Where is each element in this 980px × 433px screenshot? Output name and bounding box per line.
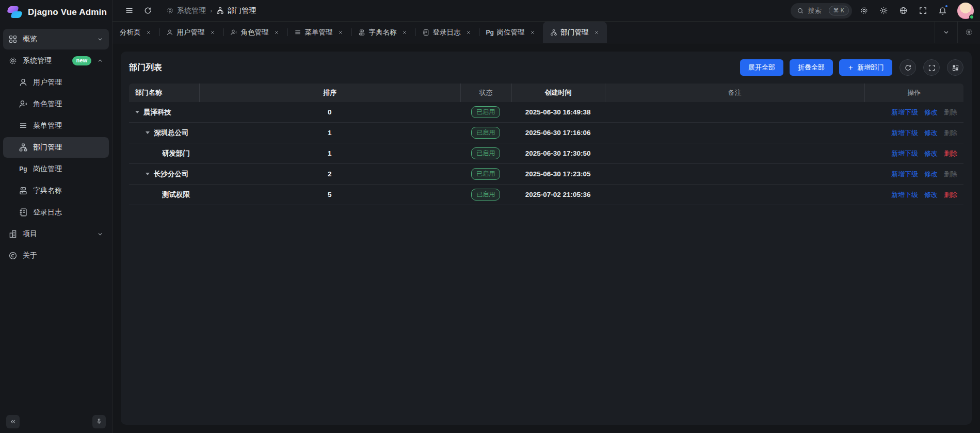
new-badge: new: [72, 56, 91, 65]
app-title: Djagno Vue Admin: [28, 7, 107, 18]
sun-icon: [879, 6, 888, 15]
refresh-page-button[interactable]: [140, 4, 155, 18]
close-icon[interactable]: [274, 29, 280, 36]
brand[interactable]: Djagno Vue Admin: [0, 0, 112, 25]
tab-users[interactable]: 用户管理: [159, 22, 223, 43]
sidebar-item-overview[interactable]: 概览: [3, 29, 109, 49]
sidebar-item-label: 角色管理: [33, 99, 62, 109]
close-icon[interactable]: [593, 29, 600, 36]
tab-dictionary[interactable]: 字典名称: [351, 22, 415, 43]
fullscreen-button[interactable]: [915, 3, 930, 19]
collapse-all-button[interactable]: 折叠全部: [790, 59, 833, 76]
sort-value: 2: [199, 170, 460, 178]
status-badge: 已启用: [471, 106, 500, 118]
add-child-link[interactable]: 新增下级: [891, 149, 918, 158]
refresh-table-button[interactable]: [899, 59, 916, 76]
close-icon[interactable]: [146, 29, 152, 36]
settings-button[interactable]: [856, 3, 872, 19]
table-fullscreen-button[interactable]: [923, 59, 940, 76]
main-area: 系统管理 › 部门管理 搜索 ⌘ K: [113, 0, 980, 433]
created-time: 2025-06-30 17:16:06: [511, 129, 605, 137]
notifications-button[interactable]: [935, 3, 950, 19]
sidebar-item-project[interactable]: 项目: [3, 224, 109, 244]
edit-link[interactable]: 修改: [924, 149, 938, 158]
role-icon: [19, 99, 28, 109]
table-row: 长沙分公司 2 已启用 2025-06-30 17:23:05 新增下级 修改 …: [129, 164, 963, 185]
page-content: 部门列表 展开全部 折叠全部 新增部门: [113, 43, 980, 433]
add-child-link[interactable]: 新增下级: [891, 190, 918, 199]
sidebar-item-departments[interactable]: 部门管理: [3, 137, 109, 158]
column-header-sort: 排序: [199, 84, 460, 102]
refresh-icon: [904, 64, 912, 72]
add-department-button[interactable]: 新增部门: [839, 59, 892, 76]
theme-toggle-button[interactable]: [876, 3, 891, 19]
department-name: 长沙分公司: [154, 170, 189, 179]
table-row: 深圳总公司 1 已启用 2025-06-30 17:16:06 新增下级 修改 …: [129, 123, 963, 143]
refresh-icon: [143, 6, 152, 15]
tab-login-logs[interactable]: 登录日志: [415, 22, 479, 43]
tab-departments[interactable]: 部门管理: [543, 22, 607, 43]
column-header-created: 创建时间: [511, 84, 605, 102]
org-icon: [216, 7, 224, 14]
sort-value: 1: [199, 149, 460, 157]
sidebar-item-system[interactable]: 系统管理 new: [3, 51, 109, 71]
sidebar-item-roles[interactable]: 角色管理: [3, 94, 109, 114]
sidebar-item-label: 字典名称: [33, 186, 62, 195]
sidebar-item-label: 用户管理: [33, 78, 62, 87]
tab-list-dropdown-button[interactable]: [935, 22, 957, 43]
tab-analysis[interactable]: 分析页: [113, 22, 159, 43]
sidebar-item-label: 概览: [23, 35, 91, 44]
sidebar-item-label: 项目: [23, 229, 91, 239]
toggle-sidebar-button[interactable]: [122, 4, 136, 18]
sidebar-item-label: 关于: [23, 251, 37, 260]
close-icon[interactable]: [529, 29, 536, 36]
sidebar-item-label: 登录日志: [33, 208, 62, 217]
expand-all-button[interactable]: 展开全部: [740, 59, 783, 76]
add-child-link[interactable]: 新增下级: [891, 128, 918, 138]
add-child-link[interactable]: 新增下级: [891, 170, 918, 179]
department-name: 晨泽科技: [143, 108, 171, 117]
pin-sidebar-button[interactable]: [92, 415, 106, 428]
sidebar-item-users[interactable]: 用户管理: [3, 72, 109, 93]
search-input[interactable]: 搜索 ⌘ K: [791, 3, 852, 19]
tree-collapse-arrow[interactable]: [146, 173, 150, 175]
avatar[interactable]: [957, 3, 974, 19]
tree-collapse-arrow[interactable]: [135, 111, 139, 113]
tab-positions[interactable]: Pg 岗位管理: [479, 22, 543, 43]
created-time: 2025-07-02 21:05:36: [511, 191, 605, 198]
tree-collapse-arrow[interactable]: [146, 131, 150, 134]
close-icon[interactable]: [338, 29, 344, 36]
search-icon: [797, 7, 804, 14]
edit-link[interactable]: 修改: [924, 108, 938, 117]
collapse-sidebar-button[interactable]: [6, 415, 20, 428]
language-button[interactable]: [895, 3, 911, 19]
sidebar-item-positions[interactable]: Pg 岗位管理: [3, 159, 109, 179]
sidebar-item-about[interactable]: 关于: [3, 245, 109, 266]
column-header-status: 状态: [460, 84, 511, 102]
edit-link[interactable]: 修改: [924, 128, 938, 138]
column-settings-button[interactable]: [947, 59, 963, 76]
edit-link[interactable]: 修改: [924, 190, 938, 199]
content-maximize-button[interactable]: [957, 22, 980, 43]
breadcrumb-item-departments[interactable]: 部门管理: [216, 6, 256, 15]
edit-link[interactable]: 修改: [924, 170, 938, 179]
maximize-icon: [965, 28, 973, 36]
tab-menus[interactable]: 菜单管理: [287, 22, 351, 43]
sidebar-item-dictionary[interactable]: 字典名称: [3, 180, 109, 201]
tab-roles[interactable]: 角色管理: [223, 22, 287, 43]
close-icon[interactable]: [465, 29, 472, 36]
close-icon[interactable]: [210, 29, 216, 36]
search-shortcut-badge: ⌘ K: [829, 6, 849, 15]
add-child-link[interactable]: 新增下级: [891, 108, 918, 117]
sidebar-item-label: 系统管理: [23, 56, 52, 65]
delete-link[interactable]: 删除: [944, 149, 957, 158]
sidebar-item-login-logs[interactable]: 登录日志: [3, 202, 109, 223]
close-icon[interactable]: [401, 29, 408, 36]
breadcrumb-item-system[interactable]: 系统管理: [166, 6, 206, 15]
delete-link[interactable]: 删除: [944, 190, 957, 199]
status-badge: 已启用: [471, 127, 500, 139]
sidebar-menu: 概览 系统管理 new 用户管理 角色管理 菜单管理: [0, 25, 112, 410]
sidebar-item-menus[interactable]: 菜单管理: [3, 115, 109, 136]
created-time: 2025-06-30 17:23:05: [511, 170, 605, 178]
created-time: 2025-06-30 16:49:38: [511, 108, 605, 116]
